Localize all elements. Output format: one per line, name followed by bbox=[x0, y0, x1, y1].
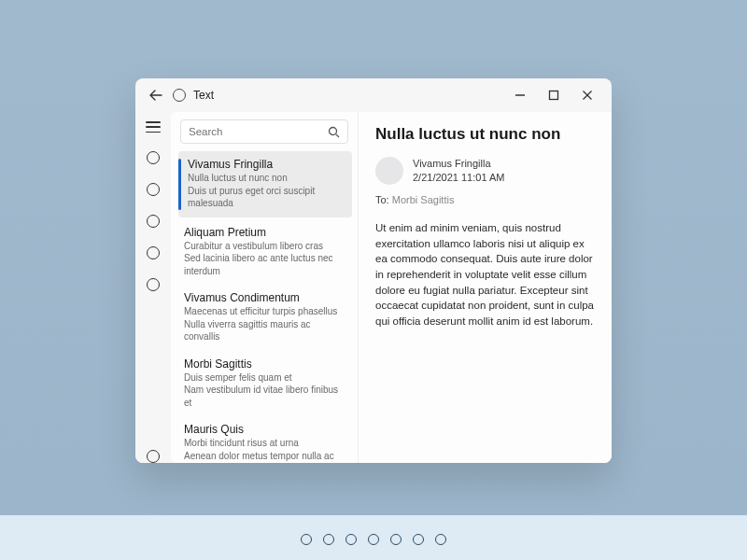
list-scroll[interactable]: Vivamus FringillaNulla luctus ut nunc no… bbox=[171, 149, 358, 463]
search-icon bbox=[328, 126, 340, 138]
sender-name: Vivamus Fringilla bbox=[413, 157, 504, 171]
content-pane: Nulla luctus ut nunc non Vivamus Fringil… bbox=[358, 112, 612, 463]
titlebar: Text bbox=[135, 78, 612, 112]
list-item-title: Aliquam Pretium bbox=[184, 226, 348, 239]
to-label: To: bbox=[375, 194, 389, 205]
list-item[interactable]: Vivamus FringillaNulla luctus ut nunc no… bbox=[178, 151, 352, 217]
list-item-title: Vivamus Fringilla bbox=[188, 158, 345, 171]
list-item-title: Morbi Sagittis bbox=[184, 357, 348, 371]
list-item-line2: Aenean dolor metus tempor nulla ac dapib… bbox=[184, 450, 348, 464]
app-window: Text bbox=[135, 78, 612, 463]
maximize-button[interactable] bbox=[537, 82, 571, 108]
list-item[interactable]: Vivamus CondimentumMaecenas ut efficitur… bbox=[171, 285, 358, 351]
page-dot[interactable] bbox=[390, 534, 402, 545]
window-body: Vivamus FringillaNulla luctus ut nunc no… bbox=[135, 112, 612, 463]
rail-item[interactable] bbox=[147, 246, 160, 259]
message-body: Ut enim ad minim veniam, quis nostrud ex… bbox=[375, 220, 595, 329]
list-pane: Vivamus FringillaNulla luctus ut nunc no… bbox=[171, 112, 358, 463]
list-item-line1: Duis semper felis quam et bbox=[184, 371, 348, 385]
list-item[interactable]: Morbi SagittisDuis semper felis quam etN… bbox=[171, 351, 358, 417]
list-item-line1: Nulla luctus ut nunc non bbox=[188, 172, 345, 185]
list-item-title: Mauris Quis bbox=[184, 423, 348, 436]
page-dot[interactable] bbox=[345, 534, 357, 545]
search-input[interactable] bbox=[189, 126, 328, 137]
hamburger-button[interactable] bbox=[146, 121, 161, 133]
page-dots bbox=[0, 534, 747, 545]
message-datetime: 2/21/2021 11:01 AM bbox=[413, 171, 504, 185]
list-item-line2: Duis ut purus eget orci suscipit malesua… bbox=[188, 185, 345, 210]
close-icon bbox=[582, 90, 593, 101]
rail-item[interactable] bbox=[147, 278, 160, 291]
rail-item-bottom[interactable] bbox=[147, 450, 160, 463]
to-value: Morbi Sagittis bbox=[392, 194, 455, 205]
svg-rect-1 bbox=[550, 91, 558, 100]
list-item[interactable]: Mauris QuisMorbi tincidunt risus at urna… bbox=[171, 416, 358, 463]
page-dot[interactable] bbox=[368, 534, 379, 545]
message-title: Nulla luctus ut nunc non bbox=[375, 125, 595, 144]
list-item-line2: Sed lacinia libero ac ante luctus nec in… bbox=[184, 252, 348, 277]
rail-item[interactable] bbox=[147, 215, 160, 228]
list-item-title: Vivamus Condimentum bbox=[184, 291, 348, 304]
list-item-line1: Curabitur a vestibulum libero cras bbox=[184, 240, 348, 253]
list-item[interactable]: Aliquam PretiumCurabitur a vestibulum li… bbox=[171, 219, 358, 286]
rail-item[interactable] bbox=[147, 183, 160, 196]
page-dot[interactable] bbox=[301, 534, 312, 545]
window-title: Text bbox=[193, 89, 214, 102]
maximize-icon bbox=[548, 90, 559, 101]
side-rail bbox=[135, 112, 171, 463]
page-dot[interactable] bbox=[435, 534, 446, 545]
to-line: To: Morbi Sagittis bbox=[375, 194, 595, 205]
list-item-line1: Morbi tincidunt risus at urna bbox=[184, 437, 348, 450]
list-item-line2: Nulla viverra sagittis mauris ac convall… bbox=[184, 318, 348, 343]
svg-line-5 bbox=[336, 133, 339, 136]
message-meta: Vivamus Fringilla 2/21/2021 11:01 AM bbox=[375, 157, 595, 185]
app-icon bbox=[173, 89, 186, 102]
svg-point-4 bbox=[330, 127, 337, 134]
list-item-line2: Nam vestibulum id vitae libero finibus e… bbox=[184, 384, 348, 409]
search-wrap bbox=[171, 112, 358, 149]
meta-text: Vivamus Fringilla 2/21/2021 11:01 AM bbox=[413, 157, 504, 185]
list-item-line1: Maecenas ut efficitur turpis phasellus bbox=[184, 305, 348, 318]
page-dot[interactable] bbox=[323, 534, 334, 545]
avatar bbox=[375, 157, 403, 185]
page-dot[interactable] bbox=[413, 534, 424, 545]
minimize-button[interactable] bbox=[503, 82, 537, 108]
rail-item[interactable] bbox=[147, 151, 160, 164]
minimize-icon bbox=[514, 90, 526, 101]
back-arrow-icon bbox=[149, 89, 162, 102]
close-button[interactable] bbox=[571, 82, 604, 108]
back-button[interactable] bbox=[147, 86, 165, 105]
search-box[interactable] bbox=[180, 119, 348, 144]
